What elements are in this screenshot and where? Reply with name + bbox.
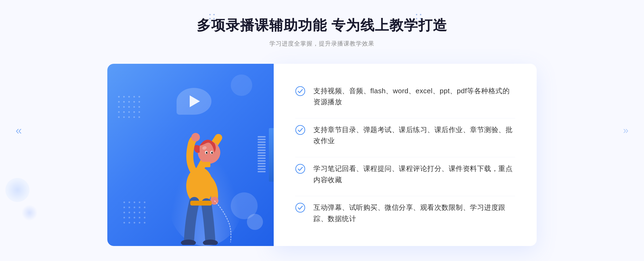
play-icon <box>190 95 200 107</box>
svg-point-4 <box>206 152 207 154</box>
svg-point-16 <box>296 203 305 212</box>
play-bubble <box>177 88 211 115</box>
check-icon-1 <box>295 86 305 96</box>
main-title: 多项录播课辅助功能 专为线上教学打造 <box>197 16 447 35</box>
svg-rect-11 <box>190 201 212 206</box>
circle-decoration-3 <box>231 74 252 96</box>
features-card: 支持视频、音频、flash、word、excel、ppt、pdf等各种格式的资源… <box>274 64 537 246</box>
svg-point-15 <box>296 164 305 173</box>
feature-item-2: 支持章节目录、弹题考试、课后练习、课后作业、章节测验、批改作业 <box>295 118 515 152</box>
feature-text-2: 支持章节目录、弹题考试、课后练习、课后作业、章节测验、批改作业 <box>313 124 515 147</box>
feature-item-4: 互动弹幕、试听购买、微信分享、观看次数限制、学习进度跟踪、数据统计 <box>295 196 515 230</box>
illustration-figure <box>165 111 251 246</box>
stripe-bar-decoration <box>258 136 266 174</box>
svg-rect-6 <box>202 162 210 167</box>
header: 多项录播课辅助功能 专为线上教学打造 学习进度全掌握，提升录播课教学效果 <box>197 16 447 48</box>
chevron-right-icon: » <box>623 125 628 136</box>
blob-decoration-2 <box>21 205 38 221</box>
page-wrapper: 多项录播课辅助功能 专为线上教学打造 学习进度全掌握，提升录播课教学效果 « » <box>0 0 644 261</box>
svg-point-10 <box>203 240 218 245</box>
feature-item-1: 支持视频、音频、flash、word、excel、ppt、pdf等各种格式的资源… <box>295 80 515 114</box>
check-icon-3 <box>295 164 305 174</box>
blue-tab-decoration <box>269 128 274 182</box>
svg-point-13 <box>296 87 305 96</box>
content-area: 支持视频、音频、flash、word、excel、ppt、pdf等各种格式的资源… <box>107 64 537 246</box>
illus-dots-top <box>118 96 141 119</box>
feature-item-3: 学习笔记回看、课程提问、课程评论打分、课件资料下载，重点内容收藏 <box>295 157 515 191</box>
feature-text-1: 支持视频、音频、flash、word、excel、ppt、pdf等各种格式的资源… <box>313 85 515 108</box>
feature-text-4: 互动弹幕、试听购买、微信分享、观看次数限制、学习进度跟踪、数据统计 <box>313 202 515 224</box>
illustration-card <box>107 64 274 246</box>
check-icon-2 <box>295 125 305 135</box>
illus-dots-bottom <box>123 202 147 225</box>
blob-decoration-1 <box>5 178 30 202</box>
feature-text-3: 学习笔记回看、课程提问、课程评论打分、课件资料下载，重点内容收藏 <box>313 163 515 185</box>
svg-point-14 <box>296 125 305 135</box>
svg-point-5 <box>211 152 213 154</box>
check-icon-4 <box>295 203 305 213</box>
subtitle: 学习进度全掌握，提升录播课教学效果 <box>197 40 447 48</box>
svg-point-7 <box>191 133 200 141</box>
chevron-left-icon: « <box>16 124 20 137</box>
